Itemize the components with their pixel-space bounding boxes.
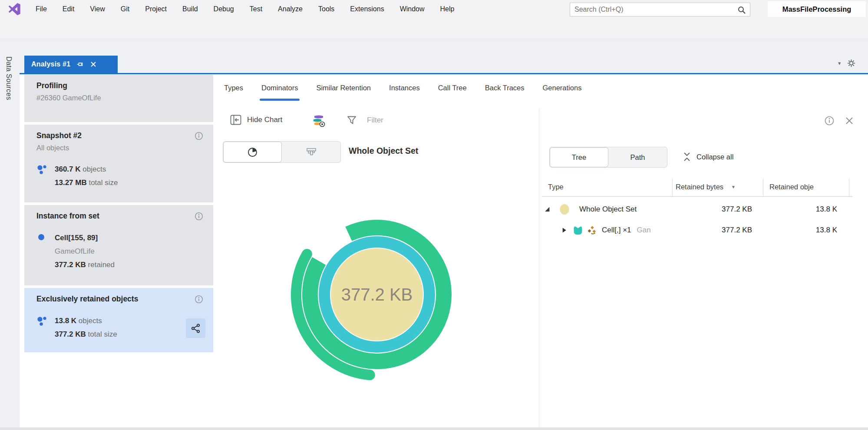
row-name: Cell[,] ×1Gan bbox=[602, 226, 675, 235]
document-well bbox=[20, 39, 868, 73]
pane-controls bbox=[824, 116, 854, 126]
quick-search-box bbox=[570, 3, 750, 17]
hide-chart-button[interactable]: Hide Chart bbox=[230, 114, 282, 126]
pane-divider[interactable] bbox=[539, 109, 539, 427]
info-icon[interactable] bbox=[194, 131, 204, 141]
tab-analysis-1[interactable]: Analysis #1 bbox=[24, 56, 118, 73]
menu-extensions[interactable]: Extensions bbox=[342, 0, 392, 18]
menu-debug[interactable]: Debug bbox=[206, 0, 242, 18]
size-label: total size bbox=[89, 179, 118, 187]
tab-instances[interactable]: Instances bbox=[389, 84, 420, 92]
path-view-button[interactable]: Path bbox=[608, 147, 667, 167]
hide-chart-label: Hide Chart bbox=[247, 116, 282, 124]
objects-count: 360.7 K bbox=[55, 165, 81, 173]
open-in-new-view-button[interactable] bbox=[186, 318, 205, 338]
retained-label: retained bbox=[88, 261, 115, 269]
menu-git[interactable]: Git bbox=[113, 0, 137, 18]
menu-test[interactable]: Test bbox=[242, 0, 270, 18]
tree-expanded-icon[interactable] bbox=[545, 207, 550, 212]
tree-view-button[interactable]: Tree bbox=[550, 147, 608, 167]
tab-similar-retention[interactable]: Similar Retention bbox=[316, 84, 371, 92]
analysis-tab-strip: Types Dominators Similar Retention Insta… bbox=[224, 74, 600, 101]
tab-list-chevron-icon[interactable]: ▾ bbox=[838, 60, 841, 66]
vs-window: File Edit View Git Project Build Debug T… bbox=[0, 0, 868, 430]
hide-chart-icon bbox=[230, 114, 242, 126]
sidebar-section-snapshot[interactable]: Snapshot #2 All objects 360.7 K objects … bbox=[24, 125, 213, 202]
search-input[interactable] bbox=[574, 3, 731, 16]
close-tab-icon[interactable] bbox=[90, 61, 96, 67]
menu-build[interactable]: Build bbox=[175, 0, 206, 18]
pie-view-button[interactable] bbox=[223, 142, 282, 162]
tree-path-toggle: Tree Path bbox=[549, 147, 667, 168]
column-header-retained-bytes[interactable]: Retained bytes ▼ bbox=[676, 177, 736, 196]
menu-help[interactable]: Help bbox=[432, 0, 462, 18]
info-icon[interactable] bbox=[824, 116, 835, 126]
objects-cluster-icon bbox=[36, 314, 55, 341]
sort-descending-icon[interactable]: ▼ bbox=[731, 185, 736, 189]
menu-analyze[interactable]: Analyze bbox=[270, 0, 310, 18]
sidebar-section-profiling[interactable]: Profiling #26360 GameOfLife bbox=[24, 75, 213, 122]
gear-icon[interactable] bbox=[847, 59, 855, 67]
instance-namespace: GameOfLife bbox=[55, 245, 115, 258]
sidebar-section-exclusively-retained[interactable]: Exclusively retained objects 13.8 K obje… bbox=[24, 288, 213, 352]
tab-dominators[interactable]: Dominators bbox=[261, 84, 298, 92]
total-size: 13.27 MB bbox=[55, 179, 87, 187]
section-title: Exclusively retained objects bbox=[36, 294, 201, 304]
collapse-all-button[interactable]: Collapse all bbox=[683, 152, 733, 162]
menu-window[interactable]: Window bbox=[392, 0, 432, 18]
document-well-controls: ▾ bbox=[838, 59, 855, 67]
column-divider[interactable] bbox=[672, 179, 673, 196]
filter-placeholder: Filter bbox=[367, 116, 383, 125]
visual-studio-logo-icon bbox=[8, 2, 22, 16]
object-set-icon bbox=[559, 204, 570, 215]
chart-type-toggle bbox=[223, 141, 341, 163]
row-retained-objects: 13.8 K bbox=[816, 226, 837, 235]
menu-view[interactable]: View bbox=[82, 0, 112, 18]
standard-toolbar: ▾ ▾ ▾ ▾ Debug ▾ An bbox=[0, 18, 868, 39]
table-row-whole-object-set[interactable]: Whole Object Set 377.2 KB 13.8 K bbox=[538, 199, 868, 220]
column-divider[interactable] bbox=[763, 179, 763, 196]
close-pane-icon[interactable] bbox=[845, 116, 854, 125]
data-sources-tab[interactable]: Data Sources bbox=[5, 56, 13, 100]
class-icon bbox=[572, 225, 584, 236]
column-divider[interactable] bbox=[849, 179, 849, 196]
tree-collapsed-icon[interactable] bbox=[562, 228, 567, 233]
info-icon[interactable] bbox=[194, 294, 204, 304]
collapse-all-icon bbox=[683, 152, 691, 162]
sidebar-section-instance[interactable]: Instance from set Cell[155, 89] GameOfLi… bbox=[24, 205, 213, 285]
table-row-cell-array[interactable]: Cell[,] ×1Gan 377.2 KB 13.8 K bbox=[538, 220, 868, 241]
retention-paths-icon bbox=[587, 225, 597, 235]
tab-types[interactable]: Types bbox=[224, 84, 243, 92]
data-sources-strip: Data Sources bbox=[0, 39, 20, 427]
icicle-view-button[interactable] bbox=[282, 142, 340, 162]
row-retained-objects: 13.8 K bbox=[816, 205, 837, 214]
tab-label: Analysis #1 bbox=[31, 60, 70, 68]
retained-size: 377.2 KB bbox=[55, 261, 86, 269]
tab-generations[interactable]: Generations bbox=[543, 84, 582, 92]
info-icon[interactable] bbox=[194, 212, 204, 221]
sunburst-chart[interactable]: 377.2 KB bbox=[290, 208, 464, 381]
pin-icon[interactable] bbox=[76, 61, 83, 68]
menu-tools[interactable]: Tools bbox=[310, 0, 342, 18]
header-underline bbox=[542, 196, 852, 197]
menu-file[interactable]: File bbox=[28, 0, 55, 18]
search-icon[interactable] bbox=[737, 5, 746, 15]
section-title: Snapshot #2 bbox=[36, 131, 201, 140]
share-icon bbox=[191, 323, 201, 334]
column-header-retained-objects[interactable]: Retained obje bbox=[769, 177, 814, 196]
tab-call-tree[interactable]: Call Tree bbox=[438, 84, 467, 92]
section-title: Profiling bbox=[36, 81, 201, 90]
bottom-bar bbox=[0, 427, 868, 430]
menu-edit[interactable]: Edit bbox=[55, 0, 83, 18]
solution-name[interactable]: MassFileProcessing bbox=[768, 1, 866, 17]
pie-chart-icon bbox=[247, 146, 258, 158]
chart-visibility-icon[interactable] bbox=[312, 114, 326, 129]
tab-back-traces[interactable]: Back Traces bbox=[485, 84, 525, 92]
objects-cluster-icon bbox=[36, 162, 55, 189]
row-retained-bytes: 377.2 KB bbox=[722, 226, 752, 235]
section-subtitle: #26360 GameOfLife bbox=[36, 94, 201, 102]
objects-label: objects bbox=[79, 317, 102, 325]
column-header-type[interactable]: Type bbox=[548, 177, 564, 196]
filter-control[interactable]: Filter bbox=[346, 115, 383, 126]
menu-project[interactable]: Project bbox=[137, 0, 175, 18]
